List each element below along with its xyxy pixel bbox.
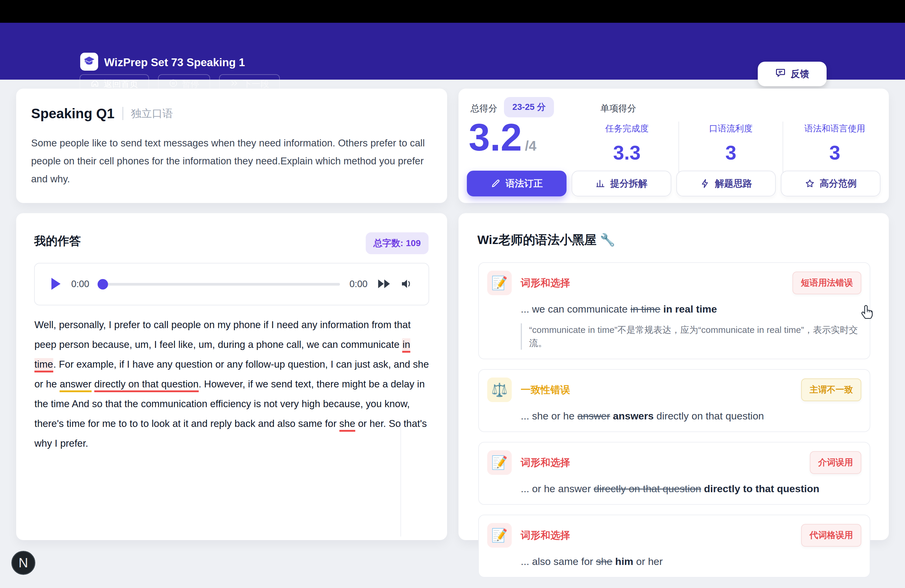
- slider-thumb[interactable]: [98, 279, 108, 289]
- grammar-error-list: 📝 词形和选择 短语用法错误 ... we can communicate in…: [478, 262, 870, 587]
- wrong-text: she: [596, 556, 612, 567]
- correction-line: ... we can communicate in time in real t…: [521, 302, 861, 316]
- bolt-icon: [700, 178, 710, 189]
- feedback-button[interactable]: 反馈: [758, 62, 827, 86]
- tab-label: 语法订正: [505, 177, 543, 190]
- context-text: ... we can communicate: [521, 303, 630, 315]
- feedback-button-label: 反馈: [791, 68, 809, 80]
- error-type-icon: ⚖️: [487, 378, 512, 402]
- corrected-text: directly to that question: [704, 483, 819, 494]
- context-text: [612, 556, 615, 567]
- sub-score-value: 3.3: [613, 141, 641, 164]
- score-card: 总得分 23-25 分 3.2/4 单项得分 任务完成度 3.3 口语流利度 3…: [459, 89, 889, 203]
- question-type-tag: 独立口语: [131, 106, 173, 121]
- double-chevron-icon: [230, 79, 239, 90]
- sub-score: 任务完成度 3.3: [575, 120, 678, 176]
- total-score-label: 总得分: [470, 102, 497, 114]
- error-note: “communicate in time”不是常规表达，应为“communica…: [521, 323, 861, 350]
- chart-icon: [595, 178, 605, 189]
- wrong-text: directly on that question: [594, 483, 701, 494]
- graduation-cap-icon: [83, 55, 95, 68]
- grammar-error-card[interactable]: 📝 词形和选择 介词误用 ... or he answer directly o…: [478, 442, 870, 505]
- context-text: ... also same for: [521, 556, 596, 567]
- total-time: 0:00: [349, 279, 367, 289]
- error-badge: 代词格误用: [801, 524, 861, 547]
- context-text: [701, 483, 704, 494]
- sub-scores: 任务完成度 3.3 口语流利度 3 语法和语言使用 3: [575, 120, 886, 176]
- tab-label: 提分拆解: [610, 177, 647, 190]
- fast-forward-button[interactable]: [377, 279, 391, 290]
- app-header: WizPrep Set 73 Speaking 1 返回首页 暂停 下一段 反馈: [0, 23, 905, 79]
- context-text: [610, 410, 613, 421]
- fast-forward-icon: [377, 279, 391, 290]
- error-type-icon: 📝: [487, 450, 512, 475]
- tab-label: 高分范例: [820, 177, 857, 190]
- audio-player: 0:00 0:00: [34, 263, 429, 305]
- pause-button-label: 暂停: [182, 78, 199, 90]
- sub-score: 口语流利度 3: [679, 120, 782, 176]
- sub-score: 语法和语言使用 3: [783, 120, 886, 176]
- tab-bolt[interactable]: 解题思路: [676, 171, 776, 196]
- context-text: ... she or he: [521, 410, 577, 421]
- error-type-icon: 📝: [487, 271, 512, 295]
- sub-score-label: 任务完成度: [605, 123, 649, 135]
- home-button-label: 返回首页: [103, 78, 138, 90]
- sub-score-label: 语法和语言使用: [805, 123, 865, 135]
- grammar-error-card[interactable]: ⚖️ 一致性错误 主谓不一致 ... she or he answer answ…: [478, 369, 870, 432]
- transcript-text: [92, 378, 94, 389]
- title-divider: [122, 107, 123, 120]
- context-text: directly on that question: [654, 410, 764, 421]
- app-logo: [80, 53, 98, 71]
- play-icon: [50, 277, 62, 292]
- pencil-icon: [491, 178, 501, 189]
- question-title: Speaking Q1: [31, 105, 114, 122]
- question-card: Speaking Q1 独立口语 Some people like to sen…: [16, 89, 447, 203]
- wrong-text: in time: [630, 303, 660, 315]
- error-category: 词形和选择: [521, 277, 570, 290]
- context-text: or her: [633, 556, 663, 567]
- correction-line: ... or he answer directly on that questi…: [521, 482, 861, 496]
- tab-label: 解题思路: [715, 177, 752, 190]
- word-count-badge: 总字数: 109: [366, 232, 429, 254]
- grammar-error-card[interactable]: 📝 词形和选择 代词格误用 ... also same for she him …: [478, 515, 870, 577]
- corrected-text: answers: [613, 410, 654, 421]
- score-tabs: 语法订正 提分拆解 解题思路 高分范例: [467, 171, 880, 196]
- error-category: 词形和选择: [521, 529, 570, 542]
- home-icon: [90, 79, 99, 90]
- feedback-bubble-icon: [775, 67, 786, 81]
- error-badge: 介词误用: [810, 451, 861, 474]
- question-body: Some people like to send text messages w…: [31, 134, 432, 188]
- audio-progress-slider[interactable]: [99, 283, 340, 286]
- tab-pencil[interactable]: 语法订正: [467, 171, 567, 196]
- error-category: 一致性错误: [521, 383, 570, 397]
- corrected-text: in real time: [663, 303, 717, 315]
- corrected-text: him: [615, 556, 633, 567]
- correction-line: ... she or he answer answers directly on…: [521, 408, 861, 423]
- current-time: 0:00: [71, 279, 89, 289]
- volume-button[interactable]: [401, 278, 413, 290]
- dev-tools-badge[interactable]: N: [11, 551, 35, 575]
- star-icon: [805, 178, 815, 189]
- tab-chart[interactable]: 提分拆解: [572, 171, 671, 196]
- grammar-error-card[interactable]: 📝 词形和选择 短语用法错误 ... we can communicate in…: [478, 262, 870, 359]
- score-range-badge: 23-25 分: [504, 97, 554, 118]
- transcript-error-span[interactable]: directly on that question: [94, 378, 199, 392]
- error-type-icon: 📝: [487, 523, 512, 548]
- context-text: ... or he answer: [521, 483, 594, 494]
- sub-score-value: 3: [726, 141, 737, 164]
- transcript-text: Well, personally, I prefer to call peopl…: [35, 319, 411, 350]
- grammar-panel-title: Wiz老师的语法小黑屋 🔧: [477, 232, 615, 248]
- error-badge: 短语用法错误: [792, 272, 861, 294]
- error-category: 词形和选择: [521, 456, 570, 469]
- volume-icon: [401, 278, 413, 290]
- my-answer-title: 我的作答: [34, 233, 81, 249]
- next-button-label: 下一段: [243, 78, 269, 90]
- context-text: [660, 303, 663, 315]
- pause-circle-icon: [169, 79, 178, 90]
- play-button[interactable]: [50, 277, 62, 292]
- page-title: WizPrep Set 73 Speaking 1: [104, 56, 245, 69]
- transcript-error-span[interactable]: she: [340, 418, 355, 432]
- correction-line: ... also same for she him or her: [521, 554, 861, 569]
- tab-star[interactable]: 高分范例: [781, 171, 880, 196]
- transcript-error-span[interactable]: answer: [60, 378, 91, 392]
